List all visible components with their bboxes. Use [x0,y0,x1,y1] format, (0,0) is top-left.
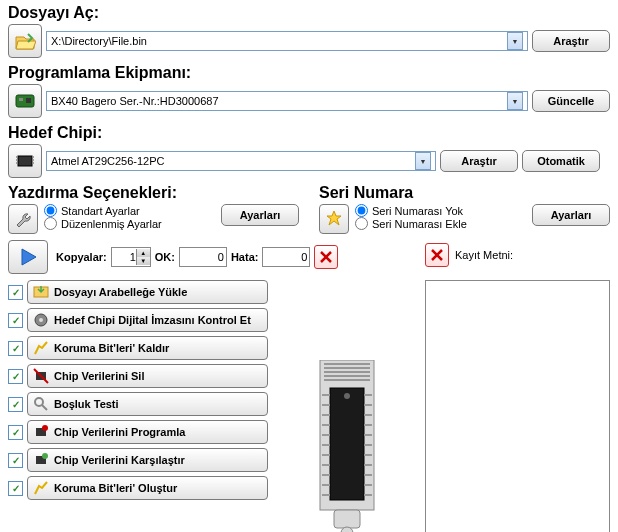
auto-chip-button[interactable]: Otomatik [522,150,600,172]
svg-point-8 [35,398,43,406]
step-icon [33,424,49,440]
copies-label: Kopyalar: [56,251,107,263]
step-button-7[interactable]: Koruma Bit'leri' Oluştur [27,476,268,500]
serial-opt-none[interactable]: Seri Numarası Yok [355,204,467,217]
ok-label: OK: [155,251,175,263]
step-checkbox[interactable]: ✓ [8,453,23,468]
svg-rect-1 [19,98,23,101]
step-checkbox[interactable]: ✓ [8,425,23,440]
svg-point-13 [42,453,48,459]
svg-point-11 [42,425,48,431]
step-icon [33,480,49,496]
step-button-0[interactable]: Dosyayı Arabelleğe Yükle [27,280,268,304]
step-icon [33,284,49,300]
step-button-4[interactable]: Boşluk Testi [27,392,268,416]
step-label: Dosyayı Arabelleğe Yükle [54,286,187,298]
prog-equip-title: Programlama Ekipmanı: [8,64,610,82]
print-opt-standard[interactable]: Standart Ayarlar [44,204,162,217]
open-file-title: Dosyayı Aç: [8,4,610,22]
play-icon [17,246,39,268]
print-opts-settings-button[interactable]: Ayarları [221,204,299,226]
target-chip-combo[interactable]: Atmel AT29C256-12PC ▼ [46,151,436,171]
copies-spinner[interactable]: ▲▼ [111,247,151,267]
clear-log-button[interactable] [425,243,449,267]
print-opts-icon-button[interactable] [8,204,38,234]
svg-point-6 [39,318,43,322]
browse-file-button[interactable]: Araştır [532,30,610,52]
chevron-down-icon[interactable]: ▼ [507,92,523,110]
open-file-icon-button[interactable] [8,24,42,58]
step-button-3[interactable]: Chip Verilerini Sil [27,364,268,388]
close-icon [431,249,443,261]
target-chip-value: Atmel AT29C256-12PC [51,155,415,167]
step-button-6[interactable]: Chip Verilerini Karşılaştır [27,448,268,472]
step-checkbox[interactable]: ✓ [8,313,23,328]
chevron-down-icon[interactable]: ▼ [415,152,431,170]
step-label: Boşluk Testi [54,398,119,410]
open-file-combo[interactable]: X:\Directory\File.bin ▼ [46,31,528,51]
chip-icon [14,151,36,171]
step-checkbox[interactable]: ✓ [8,285,23,300]
svg-rect-2 [26,98,31,103]
serial-icon-button[interactable] [319,204,349,234]
print-opt-custom[interactable]: Düzenlenmiş Ayarlar [44,217,162,230]
step-icon [33,452,49,468]
step-button-5[interactable]: Chip Verilerini Programla [27,420,268,444]
step-label: Chip Verilerini Programla [54,426,185,438]
step-label: Chip Verilerini Sil [54,370,144,382]
print-opts-title: Yazdırma Seçenekleri: [8,184,299,202]
cancel-button[interactable] [314,245,338,269]
ok-count [179,247,227,267]
prog-equip-combo[interactable]: BX40 Bagero Ser.-Nr.:HD3000687 ▼ [46,91,528,111]
svg-rect-0 [16,95,34,107]
step-button-2[interactable]: Koruma Bit'leri' Kaldır [27,336,268,360]
serial-title: Seri Numara [319,184,610,202]
step-checkbox[interactable]: ✓ [8,341,23,356]
chevron-down-icon[interactable]: ▼ [507,32,523,50]
target-chip-title: Hedef Chipi: [8,124,610,142]
prog-equip-value: BX40 Bagero Ser.-Nr.:HD3000687 [51,95,507,107]
spin-up[interactable]: ▲ [136,249,150,257]
err-label: Hata: [231,251,259,263]
svg-line-9 [42,405,47,410]
svg-rect-44 [334,510,360,528]
step-icon [33,396,49,412]
copies-input[interactable] [112,251,136,263]
step-label: Hedef Chipi Dijital İmzasını Kontrol Et [54,314,251,326]
step-checkbox[interactable]: ✓ [8,369,23,384]
wrench-icon [14,210,32,228]
serial-settings-button[interactable]: Ayarları [532,204,610,226]
serial-opt-add[interactable]: Seri Numarası Ekle [355,217,467,230]
board-icon [14,91,36,111]
update-equip-button[interactable]: Güncelle [532,90,610,112]
step-icon [33,312,49,328]
close-icon [320,251,332,263]
log-textbox[interactable] [425,280,610,532]
step-checkbox[interactable]: ✓ [8,397,23,412]
folder-open-icon [14,31,36,51]
err-count [262,247,310,267]
svg-rect-20 [330,388,364,500]
spin-down[interactable]: ▼ [136,257,150,265]
prog-equip-icon-button[interactable] [8,84,42,118]
browse-chip-button[interactable]: Araştır [440,150,518,172]
step-checkbox[interactable]: ✓ [8,481,23,496]
log-title: Kayıt Metni: [455,249,513,261]
target-chip-icon-button[interactable] [8,144,42,178]
step-label: Koruma Bit'leri' Kaldır [54,342,169,354]
svg-rect-3 [18,156,32,166]
star-icon [325,210,343,228]
step-icon [33,340,49,356]
svg-point-21 [344,393,350,399]
play-button[interactable] [8,240,48,274]
chip-visualization [276,280,417,532]
step-label: Chip Verilerini Karşılaştır [54,454,185,466]
step-label: Koruma Bit'leri' Oluştur [54,482,177,494]
step-icon [33,368,49,384]
open-file-value: X:\Directory\File.bin [51,35,507,47]
step-button-1[interactable]: Hedef Chipi Dijital İmzasını Kontrol Et [27,308,268,332]
